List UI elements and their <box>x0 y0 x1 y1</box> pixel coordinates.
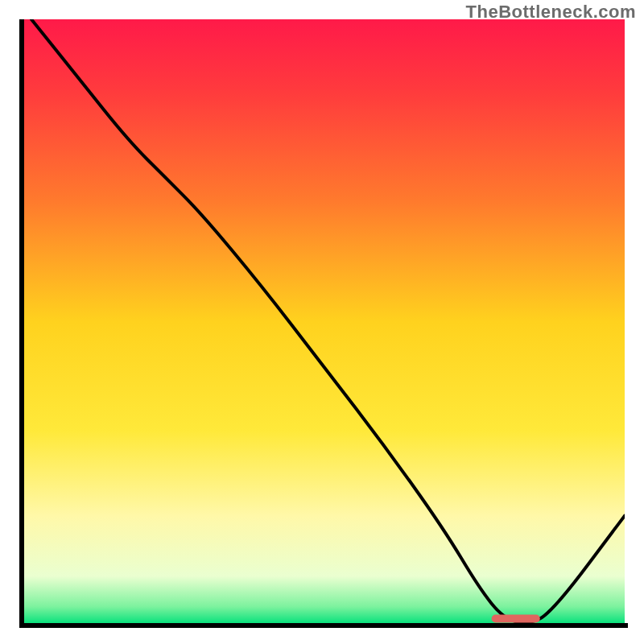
chart-curve-layer <box>19 19 625 625</box>
optimal-marker <box>492 615 540 623</box>
x-axis <box>19 623 628 628</box>
bottleneck-curve <box>31 19 625 622</box>
y-axis <box>19 19 24 628</box>
watermark-text: TheBottleneck.com <box>466 2 636 23</box>
